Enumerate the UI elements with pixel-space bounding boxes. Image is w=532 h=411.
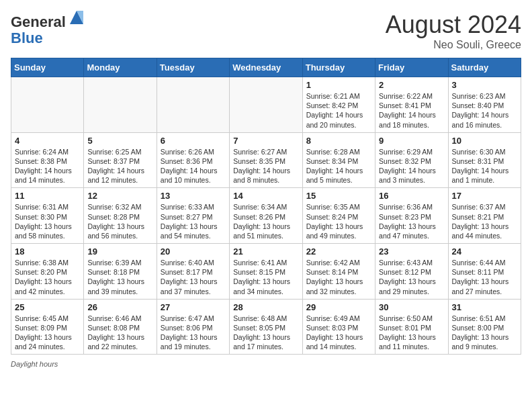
day-info: Sunrise: 6:21 AMSunset: 8:42 PMDaylight:…	[306, 91, 371, 130]
day-info: Sunrise: 6:37 AMSunset: 8:21 PMDaylight:…	[452, 202, 517, 240]
calendar-cell: 18Sunrise: 6:38 AMSunset: 8:20 PMDayligh…	[11, 244, 84, 300]
day-info: Sunrise: 6:22 AMSunset: 8:41 PMDaylight:…	[379, 91, 444, 130]
day-info: Sunrise: 6:34 AMSunset: 8:26 PMDaylight:…	[233, 202, 298, 240]
calendar-cell	[84, 77, 157, 133]
day-info: Sunrise: 6:31 AMSunset: 8:30 PMDaylight:…	[15, 202, 80, 240]
day-info: Sunrise: 6:41 AMSunset: 8:15 PMDaylight:…	[233, 258, 298, 296]
day-number: 18	[15, 246, 80, 257]
calendar-dow-monday: Monday	[84, 58, 157, 77]
calendar-cell: 10Sunrise: 6:30 AMSunset: 8:31 PMDayligh…	[448, 132, 521, 188]
day-number: 1	[306, 80, 371, 90]
day-number: 10	[452, 136, 517, 146]
day-info: Sunrise: 6:45 AMSunset: 8:09 PMDaylight:…	[15, 314, 80, 352]
day-info: Sunrise: 6:30 AMSunset: 8:31 PMDaylight:…	[452, 147, 517, 185]
day-info: Sunrise: 6:43 AMSunset: 8:12 PMDaylight:…	[379, 258, 444, 296]
calendar-cell: 24Sunrise: 6:44 AMSunset: 8:11 PMDayligh…	[448, 244, 521, 300]
calendar-cell: 2Sunrise: 6:22 AMSunset: 8:41 PMDaylight…	[375, 77, 448, 133]
location: Neo Souli, Greece	[386, 39, 521, 51]
calendar-cell: 27Sunrise: 6:47 AMSunset: 8:06 PMDayligh…	[157, 299, 229, 355]
day-info: Sunrise: 6:51 AMSunset: 8:00 PMDaylight:…	[452, 314, 517, 352]
calendar-cell: 9Sunrise: 6:29 AMSunset: 8:32 PMDaylight…	[375, 132, 448, 188]
calendar-cell: 31Sunrise: 6:51 AMSunset: 8:00 PMDayligh…	[448, 299, 521, 355]
calendar-cell: 20Sunrise: 6:40 AMSunset: 8:17 PMDayligh…	[157, 244, 229, 300]
calendar-cell: 7Sunrise: 6:27 AMSunset: 8:35 PMDaylight…	[230, 132, 302, 188]
calendar-cell: 22Sunrise: 6:42 AMSunset: 8:14 PMDayligh…	[302, 244, 375, 300]
calendar-week-4: 18Sunrise: 6:38 AMSunset: 8:20 PMDayligh…	[11, 244, 521, 300]
day-number: 24	[452, 246, 517, 257]
day-number: 23	[379, 246, 444, 257]
day-number: 5	[87, 136, 152, 146]
calendar-cell: 1Sunrise: 6:21 AMSunset: 8:42 PMDaylight…	[302, 77, 375, 133]
calendar-cell: 17Sunrise: 6:37 AMSunset: 8:21 PMDayligh…	[448, 188, 521, 244]
calendar-cell: 8Sunrise: 6:28 AMSunset: 8:34 PMDaylight…	[302, 132, 375, 188]
day-number: 6	[161, 136, 226, 146]
logo-text: General Blue	[11, 11, 86, 46]
calendar-dow-tuesday: Tuesday	[157, 58, 229, 77]
day-number: 30	[379, 302, 444, 312]
day-info: Sunrise: 6:24 AMSunset: 8:38 PMDaylight:…	[15, 147, 80, 185]
calendar-cell: 29Sunrise: 6:49 AMSunset: 8:03 PMDayligh…	[302, 299, 375, 355]
calendar-cell: 25Sunrise: 6:45 AMSunset: 8:09 PMDayligh…	[11, 299, 84, 355]
day-info: Sunrise: 6:23 AMSunset: 8:40 PMDaylight:…	[452, 91, 517, 130]
day-number: 21	[233, 246, 298, 257]
day-info: Sunrise: 6:27 AMSunset: 8:35 PMDaylight:…	[233, 147, 298, 185]
calendar-cell	[11, 77, 84, 133]
day-number: 27	[161, 302, 226, 312]
day-number: 29	[306, 302, 371, 312]
calendar-cell: 26Sunrise: 6:46 AMSunset: 8:08 PMDayligh…	[84, 299, 157, 355]
day-info: Sunrise: 6:36 AMSunset: 8:23 PMDaylight:…	[379, 202, 444, 240]
calendar-week-3: 11Sunrise: 6:31 AMSunset: 8:30 PMDayligh…	[11, 188, 521, 244]
footer-note: Daylight hours	[11, 360, 58, 368]
calendar-cell: 4Sunrise: 6:24 AMSunset: 8:38 PMDaylight…	[11, 132, 84, 188]
calendar-cell: 12Sunrise: 6:32 AMSunset: 8:28 PMDayligh…	[84, 188, 157, 244]
day-number: 2	[379, 80, 444, 90]
calendar-dow-saturday: Saturday	[448, 58, 521, 77]
day-number: 26	[87, 302, 152, 312]
calendar-cell: 14Sunrise: 6:34 AMSunset: 8:26 PMDayligh…	[230, 188, 302, 244]
day-info: Sunrise: 6:49 AMSunset: 8:03 PMDaylight:…	[306, 314, 371, 352]
calendar-cell: 21Sunrise: 6:41 AMSunset: 8:15 PMDayligh…	[230, 244, 302, 300]
day-number: 31	[452, 302, 517, 312]
day-number: 17	[452, 191, 517, 201]
logo: General Blue	[11, 11, 86, 46]
day-number: 28	[233, 302, 298, 312]
calendar-cell: 30Sunrise: 6:50 AMSunset: 8:01 PMDayligh…	[375, 299, 448, 355]
month-year: August 2024	[386, 11, 521, 39]
calendar-week-1: 1Sunrise: 6:21 AMSunset: 8:42 PMDaylight…	[11, 77, 521, 133]
calendar-cell: 3Sunrise: 6:23 AMSunset: 8:40 PMDaylight…	[448, 77, 521, 133]
day-info: Sunrise: 6:33 AMSunset: 8:27 PMDaylight:…	[161, 202, 226, 240]
calendar-cell: 15Sunrise: 6:35 AMSunset: 8:24 PMDayligh…	[302, 188, 375, 244]
day-info: Sunrise: 6:40 AMSunset: 8:17 PMDaylight:…	[161, 258, 226, 296]
day-number: 20	[161, 246, 226, 257]
day-info: Sunrise: 6:44 AMSunset: 8:11 PMDaylight:…	[452, 258, 517, 296]
day-info: Sunrise: 6:28 AMSunset: 8:34 PMDaylight:…	[306, 147, 371, 185]
day-number: 7	[233, 136, 298, 146]
day-number: 3	[452, 80, 517, 90]
day-info: Sunrise: 6:29 AMSunset: 8:32 PMDaylight:…	[379, 147, 444, 185]
calendar-cell: 6Sunrise: 6:26 AMSunset: 8:36 PMDaylight…	[157, 132, 229, 188]
day-number: 9	[379, 136, 444, 146]
page-header: General Blue August 2024 Neo Souli, Gree…	[11, 11, 521, 51]
day-info: Sunrise: 6:50 AMSunset: 8:01 PMDaylight:…	[379, 314, 444, 352]
day-number: 22	[306, 246, 371, 257]
calendar-header-row: SundayMondayTuesdayWednesdayThursdayFrid…	[11, 58, 521, 77]
day-number: 11	[15, 191, 80, 201]
day-info: Sunrise: 6:35 AMSunset: 8:24 PMDaylight:…	[306, 202, 371, 240]
day-number: 13	[161, 191, 226, 201]
day-info: Sunrise: 6:39 AMSunset: 8:18 PMDaylight:…	[87, 258, 152, 296]
day-info: Sunrise: 6:47 AMSunset: 8:06 PMDaylight:…	[161, 314, 226, 352]
calendar-week-5: 25Sunrise: 6:45 AMSunset: 8:09 PMDayligh…	[11, 299, 521, 355]
calendar-cell: 5Sunrise: 6:25 AMSunset: 8:37 PMDaylight…	[84, 132, 157, 188]
day-info: Sunrise: 6:32 AMSunset: 8:28 PMDaylight:…	[87, 202, 152, 240]
footer: Daylight hours	[11, 360, 521, 368]
day-info: Sunrise: 6:38 AMSunset: 8:20 PMDaylight:…	[15, 258, 80, 296]
calendar-dow-friday: Friday	[375, 58, 448, 77]
calendar-cell: 23Sunrise: 6:43 AMSunset: 8:12 PMDayligh…	[375, 244, 448, 300]
logo-general: General	[11, 13, 66, 30]
calendar-dow-sunday: Sunday	[11, 58, 84, 77]
calendar-cell: 13Sunrise: 6:33 AMSunset: 8:27 PMDayligh…	[157, 188, 229, 244]
day-number: 8	[306, 136, 371, 146]
calendar-cell	[157, 77, 229, 133]
calendar-cell: 11Sunrise: 6:31 AMSunset: 8:30 PMDayligh…	[11, 188, 84, 244]
calendar-dow-wednesday: Wednesday	[230, 58, 302, 77]
